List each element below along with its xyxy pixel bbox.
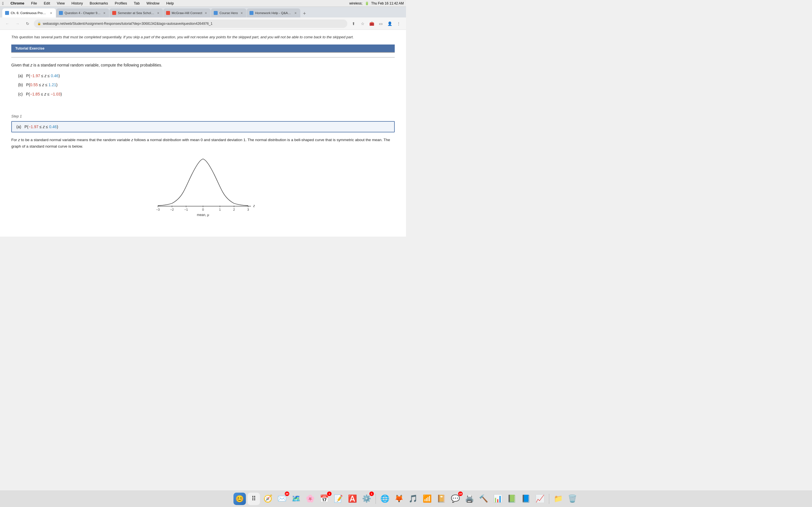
problem-z-var: z: [31, 63, 33, 67]
menubar:  Chrome File Edit View History Bookmark…: [0, 0, 406, 7]
sidebar-button[interactable]: ▭: [377, 20, 385, 27]
warning-text: This question has several parts that mus…: [11, 34, 395, 40]
tab-6-title: Homework Help - Q&A f…: [255, 11, 292, 15]
tab-4-favicon: [166, 11, 170, 15]
tab-1-title: Ch. 6: Continuous Proba…: [11, 11, 47, 15]
bookmark-button[interactable]: ☆: [359, 20, 366, 27]
part-a-label: (a) P(: [18, 73, 30, 78]
tab-1-close[interactable]: ✕: [49, 11, 53, 15]
tab-2-close[interactable]: ✕: [102, 11, 106, 15]
battery-icon: 🔋: [365, 1, 369, 5]
part-c-val1: −1.85: [30, 92, 40, 96]
svg-text:−3: −3: [156, 208, 160, 211]
highlighted-box: (a) P(−1.97 ≤ z ≤ 0.46): [11, 121, 395, 132]
tab-5[interactable]: Course Hero ✕: [211, 8, 246, 17]
part-c-close: ): [61, 92, 62, 96]
part-b-label: (b) P(: [18, 82, 30, 87]
step-label: Step 1: [11, 114, 395, 118]
menu-edit[interactable]: Edit: [43, 1, 51, 6]
menubar-left:  Chrome File Edit View History Bookmark…: [2, 1, 175, 6]
tab-4[interactable]: McGraw-Hill Connect ✕: [163, 8, 211, 17]
bell-curve-wrapper: −3 −2 −1 0 1 2 3 z: [149, 156, 257, 217]
url-text: webassign.net/web/Student/Assignment-Res…: [43, 22, 344, 25]
part-b-op: ≤ z ≤: [38, 82, 49, 87]
menu-history[interactable]: History: [70, 1, 84, 6]
apple-menu[interactable]: : [2, 1, 4, 6]
problem-statement: Given that z is a standard normal random…: [11, 62, 395, 68]
svg-text:0: 0: [202, 208, 204, 211]
menu-button[interactable]: ⋮: [395, 20, 403, 27]
part-c: (c) P(−1.85 ≤ z ≤ −1.03): [18, 91, 395, 97]
menu-profiles[interactable]: Profiles: [114, 1, 128, 6]
part-c-label: (c) P(: [18, 92, 30, 96]
svg-text:−1: −1: [185, 208, 188, 211]
addressbar-actions: ⬆ ☆ 🧰 ▭ 👤 ⋮: [350, 20, 403, 27]
tab-5-title: Course Hero: [219, 11, 238, 15]
svg-text:mean, μ: mean, μ: [197, 213, 209, 217]
url-bar[interactable]: 🔒 webassign.net/web/Student/Assignment-R…: [34, 19, 347, 28]
highlight-op: ≤ z ≤: [38, 124, 49, 129]
tab-2[interactable]: Question 4 - Chapter 9… ✕: [56, 8, 109, 17]
bell-curve-container: −3 −2 −1 0 1 2 3 z: [11, 156, 395, 217]
tab-1[interactable]: Ch. 6: Continuous Proba… ✕: [2, 8, 56, 17]
part-b-val1: 0.55: [30, 82, 38, 87]
menu-view[interactable]: View: [56, 1, 66, 6]
clock: Thu Feb 16 11:42 AM: [371, 1, 404, 5]
tab-6-close[interactable]: ✕: [294, 11, 297, 15]
addressbar: ← → ↻ 🔒 webassign.net/web/Student/Assign…: [0, 17, 406, 30]
menu-help[interactable]: Help: [165, 1, 175, 6]
svg-text:z: z: [253, 204, 255, 208]
part-b-val2: 1.21: [49, 82, 56, 87]
main-content: This question has several parts that mus…: [0, 30, 406, 237]
part-a-val1: −1.97: [30, 73, 40, 78]
tab-3-close[interactable]: ✕: [156, 11, 160, 15]
menu-file[interactable]: File: [30, 1, 38, 6]
highlight-val2: 0.46: [49, 124, 57, 129]
tabbar: Ch. 6: Continuous Proba… ✕ Question 4 - …: [0, 7, 406, 17]
part-a-op: ≤ z ≤: [40, 73, 51, 78]
part-c-val2: −1.03: [50, 92, 60, 96]
menu-tab[interactable]: Tab: [133, 1, 141, 6]
menu-bookmarks[interactable]: Bookmarks: [89, 1, 109, 6]
part-b: (b) P(0.55 ≤ z ≤ 1.21): [18, 82, 395, 88]
explanation-text: For z to be a standard normal variable m…: [11, 137, 395, 150]
part-a-val2: 0.46: [51, 73, 58, 78]
tutorial-header: Tutorial Exercise: [11, 45, 395, 53]
part-a-close: ): [58, 73, 60, 78]
tutorial-header-wrapper: Tutorial Exercise: [11, 45, 395, 57]
menubar-right: wireless; 🔋 Thu Feb 16 11:42 AM: [349, 1, 404, 5]
tab-6[interactable]: Homework Help - Q&A f… ✕: [247, 8, 300, 17]
part-a: (a) P(−1.97 ≤ z ≤ 0.46): [18, 73, 395, 79]
tab-5-close[interactable]: ✕: [240, 11, 244, 15]
problem-rest-text: is a standard normal random variable, co…: [33, 63, 162, 67]
highlight-close: ): [57, 124, 58, 129]
tab-2-title: Question 4 - Chapter 9…: [64, 11, 101, 15]
svg-text:2: 2: [233, 208, 235, 211]
reload-button[interactable]: ↻: [24, 20, 32, 27]
tab-3-favicon: [112, 11, 116, 15]
lock-icon: 🔒: [37, 22, 41, 25]
menu-window[interactable]: Window: [145, 1, 160, 6]
back-button[interactable]: ←: [3, 20, 11, 27]
problem-intro-text: Given that: [11, 63, 31, 67]
extensions-button[interactable]: 🧰: [368, 20, 375, 27]
tab-6-favicon: [250, 11, 253, 15]
menu-chrome[interactable]: Chrome: [9, 1, 26, 6]
profile-button[interactable]: 👤: [386, 20, 394, 27]
tab-4-close[interactable]: ✕: [204, 11, 208, 15]
highlight-label: (a) P(: [16, 124, 29, 129]
tab-5-favicon: [214, 11, 218, 15]
svg-text:1: 1: [219, 208, 221, 211]
forward-button[interactable]: →: [13, 20, 21, 27]
new-tab-button[interactable]: +: [301, 10, 308, 17]
tab-3[interactable]: Semester at Sea Scholar… ✕: [109, 8, 163, 17]
tab-4-title: McGraw-Hill Connect: [172, 11, 202, 15]
highlight-val1: −1.97: [29, 124, 38, 129]
bell-curve-svg: −3 −2 −1 0 1 2 3 z: [149, 156, 257, 217]
tab-2-favicon: [59, 11, 63, 15]
wifi-icon: wireless;: [349, 1, 363, 5]
tab-3-title: Semester at Sea Scholar…: [118, 11, 154, 15]
part-b-close: ): [56, 82, 57, 87]
share-button[interactable]: ⬆: [350, 20, 357, 27]
svg-text:−2: −2: [170, 208, 174, 211]
